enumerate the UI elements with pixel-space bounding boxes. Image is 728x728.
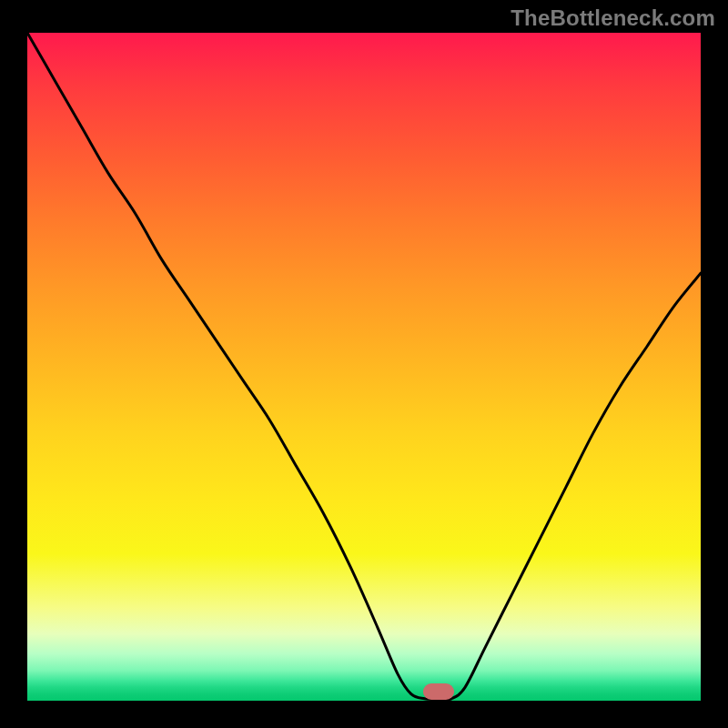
plot-area: [27, 33, 701, 701]
bottleneck-curve-path: [27, 33, 701, 700]
curve-svg: [27, 33, 701, 701]
chart-stage: TheBottleneck.com: [0, 0, 728, 728]
trough-marker: [423, 683, 454, 700]
watermark-text: TheBottleneck.com: [511, 5, 715, 31]
